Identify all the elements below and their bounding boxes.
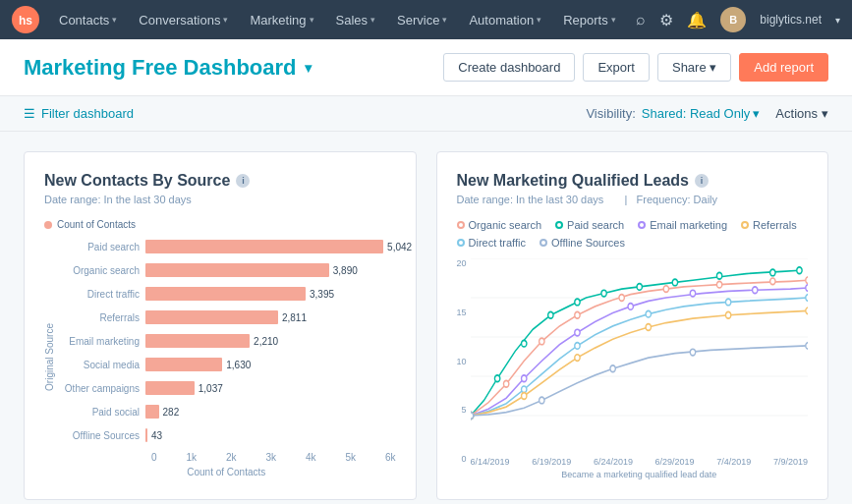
notifications-icon[interactable]: 🔔: [687, 11, 707, 29]
svg-point-32: [752, 287, 757, 294]
add-report-button[interactable]: Add report: [739, 53, 828, 82]
nav-reports[interactable]: Reports ▾: [553, 0, 626, 39]
svg-point-36: [574, 343, 579, 350]
bar-fill: [145, 428, 147, 442]
svg-point-26: [805, 277, 808, 284]
legend-email-marketing: Email marketing: [638, 219, 727, 231]
svg-point-25: [769, 278, 774, 285]
bar-value: 5,042: [387, 242, 412, 252]
bar-fill: [145, 405, 159, 419]
bar-value: 1,630: [226, 360, 251, 370]
chevron-down-icon: ▾: [370, 15, 375, 25]
legend-offline-sources: Offline Sources: [540, 237, 625, 249]
legend-circle: [638, 221, 646, 229]
svg-point-45: [805, 308, 808, 314]
svg-point-41: [521, 393, 526, 400]
bar-row: 2,811: [145, 307, 396, 328]
chevron-down-icon: ▾: [611, 15, 616, 25]
chevron-down-icon: ▾: [537, 15, 541, 25]
legend-circle: [540, 239, 547, 247]
bar-fill: [145, 334, 250, 348]
new-mql-card: New Marketing Qualified Leads i Date ran…: [436, 151, 829, 500]
svg-point-33: [805, 285, 808, 292]
line-chart-wrapper: 6/14/2019 6/19/2019 6/24/2019 6/29/2019 …: [471, 258, 808, 479]
account-dropdown-icon[interactable]: ▾: [835, 15, 840, 26]
bar-fill: [145, 240, 383, 253]
toolbar: ☰ Filter dashboard Visibility: Shared: R…: [0, 96, 852, 132]
bar-value: 3,890: [333, 265, 358, 276]
bar-value: 43: [151, 430, 162, 441]
legend-circle: [457, 239, 465, 247]
nav-service[interactable]: Service ▾: [387, 0, 457, 39]
new-contacts-by-source-card: New Contacts By Source i Date range: In …: [24, 151, 417, 500]
svg-point-29: [574, 329, 579, 336]
nav-marketing[interactable]: Marketing ▾: [240, 0, 323, 39]
svg-point-22: [618, 295, 623, 302]
settings-icon[interactable]: ⚙: [659, 11, 673, 29]
x-axis-title: Count of Contacts: [57, 467, 396, 477]
svg-point-44: [725, 311, 730, 318]
line-chart-subtitle: Date range: In the last 30 days | Freque…: [457, 194, 809, 205]
bar-row: 3,395: [145, 283, 396, 305]
legend-circle: [457, 221, 465, 229]
chevron-down-icon: ▾: [310, 15, 314, 25]
hubspot-logo[interactable]: hs: [12, 6, 39, 33]
page-title: Marketing Free Dashboard ▾: [24, 55, 443, 81]
bar-value: 3,395: [310, 289, 334, 300]
bar-fill: [145, 381, 195, 395]
bar-rows: 5,042 3,890 3,395 2,811 2,210 1,630 1,03…: [145, 236, 396, 448]
share-button[interactable]: Share ▾: [657, 53, 731, 82]
bar-value: 282: [163, 407, 180, 418]
account-name[interactable]: biglytics.net: [760, 13, 822, 27]
svg-point-16: [769, 269, 774, 276]
svg-point-39: [805, 295, 808, 302]
title-dropdown-icon[interactable]: ▾: [305, 60, 312, 76]
info-icon-line[interactable]: i: [695, 174, 709, 188]
visibility-dropdown[interactable]: Shared: Read Only ▾: [642, 106, 761, 121]
line-y-axis-wrapper: 20 15 10 5 0: [457, 258, 469, 479]
svg-point-50: [805, 343, 808, 350]
svg-point-9: [521, 340, 526, 347]
svg-point-21: [574, 311, 579, 318]
bar-value: 2,210: [254, 336, 278, 347]
nav-conversations[interactable]: Conversations ▾: [129, 0, 238, 39]
svg-point-37: [646, 310, 651, 317]
bar-fill: [145, 358, 222, 371]
nav-contacts[interactable]: Contacts ▾: [49, 0, 127, 39]
bar-chart-title: New Contacts By Source i: [44, 172, 396, 190]
nav-sales[interactable]: Sales ▾: [326, 0, 386, 39]
bar-value: 2,811: [282, 312, 307, 323]
x-axis: 0 1k 2k 3k 4k 5k 6k: [151, 448, 396, 463]
svg-point-14: [672, 279, 677, 286]
bar-fill: [145, 287, 306, 301]
legend-paid-search: Paid search: [555, 219, 624, 231]
bar-row: 2,210: [145, 330, 396, 352]
svg-point-49: [690, 349, 695, 356]
page-header: Marketing Free Dashboard ▾ Create dashbo…: [0, 39, 852, 96]
avatar[interactable]: B: [720, 7, 746, 32]
actions-dropdown[interactable]: Actions ▾: [775, 106, 828, 121]
share-dropdown-icon: ▾: [710, 60, 716, 75]
legend-direct-traffic: Direct traffic: [457, 237, 526, 249]
bar-row: 3,890: [145, 259, 396, 281]
legend-circle: [555, 221, 563, 229]
bar-y-labels: Paid search Organic search Direct traffi…: [57, 236, 145, 448]
line-x-labels: 6/14/2019 6/19/2019 6/24/2019 6/29/2019 …: [471, 457, 808, 467]
bar-fill: [145, 310, 278, 324]
search-icon[interactable]: ⌕: [636, 11, 646, 28]
svg-point-28: [521, 375, 526, 382]
svg-point-23: [663, 286, 668, 293]
filter-dashboard-button[interactable]: ☰ Filter dashboard: [24, 106, 134, 121]
legend-dot: [44, 221, 52, 229]
export-button[interactable]: Export: [583, 53, 650, 82]
bar-row: 282: [145, 401, 396, 422]
create-dashboard-button[interactable]: Create dashboard: [443, 53, 575, 82]
svg-point-15: [716, 272, 721, 279]
svg-point-12: [600, 290, 605, 297]
chevron-down-icon: ▾: [223, 15, 228, 25]
bar-chart-subtitle: Date range: In the last 30 days: [44, 194, 396, 205]
svg-point-38: [725, 299, 730, 306]
info-icon[interactable]: i: [236, 174, 250, 188]
svg-point-31: [690, 290, 695, 297]
nav-automation[interactable]: Automation ▾: [459, 0, 551, 39]
